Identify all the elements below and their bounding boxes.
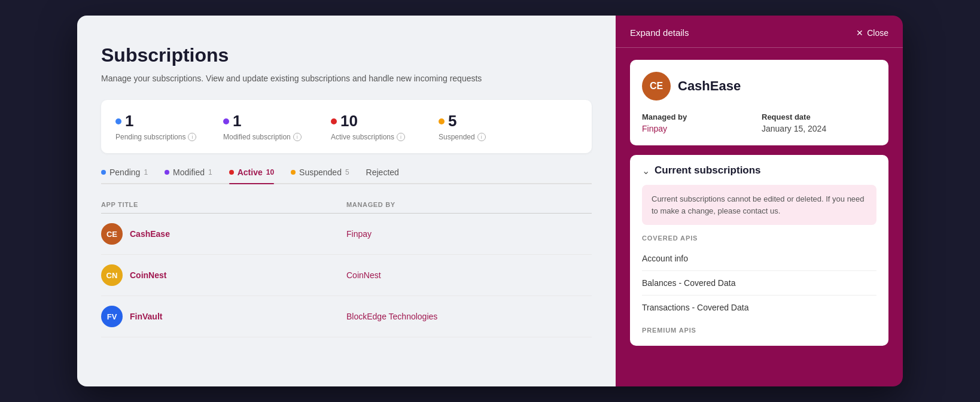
tab-suspended[interactable]: Suspended 5: [291, 168, 349, 183]
app-cell: FV FinVault: [101, 306, 346, 327]
premium-apis-label: PREMIUM APIS: [642, 327, 876, 334]
request-date-label: Request date: [762, 112, 876, 121]
info-icon[interactable]: i: [397, 133, 405, 141]
managed-by-label: Managed by: [642, 112, 757, 121]
tab-count: 1: [144, 168, 148, 176]
managed-by-value[interactable]: Finpay: [642, 124, 757, 133]
stat-label: Active subscriptions i: [331, 133, 415, 141]
stat-dot: [331, 118, 337, 124]
info-icon[interactable]: i: [188, 133, 196, 141]
info-icon[interactable]: i: [293, 133, 302, 141]
right-content: CE CashEase Managed by Finpay Request da…: [616, 48, 903, 386]
current-subs-card: ⌄ Current subscriptions Current subscrip…: [630, 155, 888, 346]
tab-label: Modified: [173, 168, 205, 177]
stat-top: 5: [439, 112, 522, 130]
tab-pending[interactable]: Pending 1: [101, 168, 148, 183]
tab-dot: [291, 170, 296, 175]
info-icon[interactable]: i: [477, 133, 486, 141]
tab-dot: [101, 170, 106, 175]
col-app-title: APP TITLE: [101, 201, 346, 208]
page-title: Subscriptions: [101, 44, 592, 66]
tab-count: 5: [345, 168, 349, 176]
app-name-detail: CashEase: [678, 78, 741, 94]
stat-top: 1: [115, 112, 199, 130]
api-item: Balances - Covered Data: [642, 271, 876, 296]
stat-number: 1: [125, 112, 133, 130]
stat-label: Pending subscriptions i: [115, 133, 199, 141]
stat-item: 1 Pending subscriptions i: [115, 112, 199, 141]
tab-count: 1: [208, 168, 212, 176]
app-cell: CE CashEase: [101, 223, 346, 245]
stat-item: 5 Suspended i: [439, 112, 522, 141]
app-avatar-large: CE: [642, 72, 671, 100]
close-button[interactable]: ✕ Close: [856, 28, 888, 38]
tab-label: Pending: [109, 168, 140, 177]
app-avatar: FV: [101, 306, 123, 327]
right-header: Expand details ✕ Close: [616, 16, 903, 48]
tab-count: 10: [266, 168, 274, 176]
page-subtitle: Manage your subscriptions. View and upda…: [101, 74, 592, 83]
info-banner: Current subscriptions cannot be edited o…: [642, 185, 876, 225]
current-subs-title: Current subscriptions: [655, 165, 761, 176]
app-name[interactable]: FinVault: [130, 312, 162, 321]
app-name[interactable]: CoinNest: [130, 270, 166, 280]
stat-number: 10: [340, 112, 358, 130]
table-row[interactable]: FV FinVault BlockEdge Technologies: [101, 296, 592, 337]
table-row[interactable]: CN CoinNest CoinNest: [101, 255, 592, 296]
tab-label: Suspended: [299, 168, 342, 177]
managed-by-cell[interactable]: BlockEdge Technologies: [346, 312, 592, 321]
stats-row: 1 Pending subscriptions i 1 Modified sub…: [101, 100, 592, 153]
tab-label: Active: [238, 168, 263, 177]
tab-active[interactable]: Active 10: [229, 168, 274, 183]
managed-by-cell[interactable]: Finpay: [346, 229, 592, 239]
app-name[interactable]: CashEase: [130, 229, 170, 239]
request-date-col: Request date January 15, 2024: [762, 112, 876, 133]
api-item: Account info: [642, 246, 876, 271]
tab-dot: [165, 170, 169, 175]
current-subs-header: ⌄ Current subscriptions: [642, 165, 876, 176]
meta-row: Managed by Finpay Request date January 1…: [642, 112, 876, 133]
stat-label: Suspended i: [439, 133, 522, 141]
stat-label-text: Pending subscriptions: [115, 133, 185, 141]
stat-number: 1: [233, 112, 241, 130]
app-avatar: CE: [101, 223, 123, 245]
stat-dot: [223, 118, 229, 124]
covered-apis-label: COVERED APIS: [642, 234, 876, 242]
stat-number: 5: [448, 112, 456, 130]
expand-details-label: Expand details: [630, 28, 689, 38]
tab-label: Rejected: [366, 168, 399, 177]
close-x-icon: ✕: [856, 28, 863, 38]
tab-rejected[interactable]: Rejected: [366, 168, 399, 183]
app-info-card: CE CashEase Managed by Finpay Request da…: [630, 60, 888, 145]
close-label: Close: [867, 28, 888, 38]
stat-label-text: Active subscriptions: [331, 133, 394, 141]
stat-item: 1 Modified subscription i: [223, 112, 307, 141]
stat-label-text: Modified subscription: [223, 133, 291, 141]
request-date-value: January 15, 2024: [762, 124, 876, 133]
table-row[interactable]: CE CashEase Finpay: [101, 214, 592, 255]
app-cell: CN CoinNest: [101, 264, 346, 286]
stat-top: 10: [331, 112, 415, 130]
stat-dot: [115, 118, 121, 124]
right-panel: Expand details ✕ Close CE CashEase Manag…: [616, 16, 903, 386]
table-header: APP TITLE MANAGED BY: [101, 196, 592, 214]
table-rows: CE CashEase Finpay CN CoinNest CoinNest …: [101, 214, 592, 386]
managed-by-cell[interactable]: CoinNest: [346, 270, 592, 280]
chevron-down-icon[interactable]: ⌄: [642, 165, 650, 176]
col-managed-by: MANAGED BY: [346, 201, 592, 208]
stat-label-text: Suspended: [439, 133, 475, 141]
stat-top: 1: [223, 112, 307, 130]
stat-dot: [439, 118, 445, 124]
managed-by-col: Managed by Finpay: [642, 112, 757, 133]
api-list: Account infoBalances - Covered DataTrans…: [642, 246, 876, 319]
tab-modified[interactable]: Modified 1: [165, 168, 212, 183]
left-panel: Subscriptions Manage your subscriptions.…: [77, 16, 616, 386]
stat-item: 10 Active subscriptions i: [331, 112, 415, 141]
tab-dot: [229, 170, 234, 175]
stat-label: Modified subscription i: [223, 133, 307, 141]
api-item: Transactions - Covered Data: [642, 296, 876, 319]
avatar-initials: CE: [650, 81, 663, 92]
app-avatar: CN: [101, 264, 123, 286]
app-header-row: CE CashEase: [642, 72, 876, 100]
tabs-row: Pending 1 Modified 1 Active 10 Suspended…: [101, 168, 592, 184]
